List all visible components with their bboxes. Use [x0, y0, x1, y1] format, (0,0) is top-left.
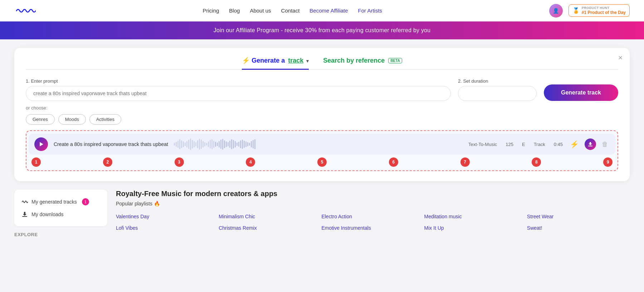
download-icon [588, 142, 593, 147]
beta-badge: BETA [388, 58, 402, 63]
playlist-meditation[interactable]: Meditation music [424, 212, 527, 221]
download-button[interactable] [585, 138, 596, 150]
badge-5: 5 [317, 157, 327, 167]
badge-3: 3 [175, 157, 184, 167]
sidebar-item-tracks[interactable]: My generated tracks 1 [21, 195, 100, 208]
track-title: Create a 80s inspired vaporwave track th… [54, 141, 168, 147]
logo[interactable] [14, 5, 36, 16]
lightning-icon: ⚡ [242, 57, 250, 64]
playlist-lofi[interactable]: Lofi Vibes [116, 224, 219, 232]
playlist-grid: Valentines Day Minimalism Chic Electro A… [116, 212, 630, 232]
prompt-group: 1. Enter prompt [26, 78, 451, 101]
nav-affiliate[interactable]: Become Affiliate [309, 8, 348, 14]
delete-button[interactable]: 🗑 [600, 139, 610, 150]
sidebar: My generated tracks 1 My downloads EXPLO… [14, 190, 107, 239]
duration-group: 2. Set duration 00:45 [458, 78, 537, 101]
generator-tabs: ⚡ Generate a track ▾ Search by reference… [26, 57, 618, 70]
nav-about[interactable]: About us [250, 8, 271, 14]
generate-btn-container: Generate track [544, 84, 618, 101]
content-area: Royalty-Free Music for modern creators &… [116, 190, 630, 232]
nav-contact[interactable]: Contact [281, 8, 300, 14]
affiliate-banner[interactable]: Join our Affiliate Program - receive 30%… [0, 21, 644, 39]
product-hunt-label: PRODUCT HUNT [582, 6, 626, 10]
track-type: Text-To-Music [468, 142, 497, 147]
section-title: Royalty-Free Music for modern creators &… [116, 190, 630, 198]
playlist-streetwear[interactable]: Street Wear [527, 212, 630, 221]
badge-8: 8 [532, 157, 541, 167]
badge-1: 1 [31, 157, 41, 167]
my-downloads-label: My downloads [31, 211, 64, 217]
product-hunt-badge[interactable]: 🏅 PRODUCT HUNT #1 Product of the Day [569, 4, 630, 17]
tab-search[interactable]: Search by reference BETA [323, 57, 402, 70]
svg-rect-1 [588, 146, 592, 146]
duration-input[interactable]: 00:45 [458, 86, 537, 101]
prompt-input[interactable] [26, 86, 451, 101]
track-bpm: 125 [506, 142, 513, 147]
generator-card: × ⚡ Generate a track ▾ Search by referen… [14, 48, 630, 181]
playlist-valentines[interactable]: Valentines Day [116, 212, 219, 221]
playlist-sweat[interactable]: Sweat! [527, 224, 630, 232]
moods-chip[interactable]: Moods [58, 114, 86, 125]
track-meta: Text-To-Music 125 E Track 0:45 [468, 142, 563, 147]
tab-generate-prefix: Generate a [252, 57, 285, 64]
or-choose-label: or choose: [26, 105, 618, 111]
svg-marker-0 [40, 142, 43, 146]
genres-chip[interactable]: Genres [26, 114, 55, 125]
track-waveform[interactable] [174, 138, 463, 151]
filter-chips: Genres Moods Activities [26, 114, 618, 125]
tab-generate[interactable]: ⚡ Generate a track ▾ [242, 57, 309, 70]
my-tracks-label: My generated tracks [31, 199, 77, 205]
track-row-container: Create a 80s inspired vaporwave track th… [26, 130, 618, 171]
svg-rect-2 [22, 216, 27, 217]
waveform-bars [174, 138, 463, 151]
medal-icon: 🏅 [572, 7, 580, 14]
badge-4: 4 [246, 157, 255, 167]
dropdown-arrow-icon[interactable]: ▾ [306, 58, 309, 64]
badge-7: 7 [460, 157, 470, 167]
playlist-emotive[interactable]: Emotive Instrumentals [321, 224, 424, 232]
bottom-section: My generated tracks 1 My downloads EXPLO… [14, 190, 630, 239]
track-duration: 0:45 [554, 142, 563, 147]
playlist-mixitup[interactable]: Mix It Up [424, 224, 527, 232]
prompt-label: 1. Enter prompt [26, 78, 451, 84]
numbered-badges: 1 2 3 4 5 6 7 8 9 [26, 156, 618, 169]
nav-right: 👤 🏅 PRODUCT HUNT #1 Product of the Day [549, 4, 630, 18]
track-actions: ⚡ 🗑 [569, 138, 610, 150]
form-row: 1. Enter prompt 2. Set duration 00:45 Ge… [26, 78, 618, 101]
regenerate-button[interactable]: ⚡ [569, 138, 580, 150]
logo-icon [14, 5, 36, 16]
navbar: Pricing Blog About us Contact Become Aff… [0, 0, 644, 21]
sidebar-item-downloads[interactable]: My downloads [21, 208, 100, 220]
play-icon [38, 141, 44, 147]
download-sidebar-icon [21, 211, 28, 218]
activities-chip[interactable]: Activities [89, 114, 121, 125]
play-button[interactable] [34, 137, 48, 151]
playlist-minimalism[interactable]: Minimalism Chic [219, 212, 321, 221]
avatar[interactable]: 👤 [549, 4, 563, 18]
track-key: E [522, 142, 525, 147]
tracks-count-badge: 1 [82, 198, 89, 205]
close-button[interactable]: × [618, 54, 623, 62]
tab-search-label: Search by reference [323, 57, 385, 64]
playlist-christmas[interactable]: Christmas Remix [219, 224, 321, 232]
banner-text: Join our Affiliate Program - receive 30%… [214, 27, 431, 33]
nav-blog[interactable]: Blog [229, 8, 240, 14]
badge-6: 6 [389, 157, 398, 167]
sidebar-card: My generated tracks 1 My downloads [14, 190, 107, 226]
playlist-electro[interactable]: Electro Action [321, 212, 424, 221]
nav-artists[interactable]: For Artists [358, 8, 382, 14]
main-content: × ⚡ Generate a track ▾ Search by referen… [0, 39, 644, 248]
track-label: Track [534, 142, 545, 147]
explore-label: EXPLORE [14, 232, 107, 237]
nav-links: Pricing Blog About us Contact Become Aff… [203, 8, 382, 14]
duration-label: 2. Set duration [458, 78, 537, 84]
tab-generate-word: track [288, 57, 303, 64]
track-row: Create a 80s inspired vaporwave track th… [29, 134, 615, 155]
product-hunt-title: #1 Product of the Day [582, 10, 626, 15]
generate-track-button[interactable]: Generate track [544, 84, 618, 101]
badge-2: 2 [103, 157, 112, 167]
popular-label: Popular playlists 🔥 [116, 201, 630, 206]
badge-9: 9 [603, 157, 613, 167]
nav-pricing[interactable]: Pricing [203, 8, 219, 14]
waveform-icon [21, 199, 28, 205]
